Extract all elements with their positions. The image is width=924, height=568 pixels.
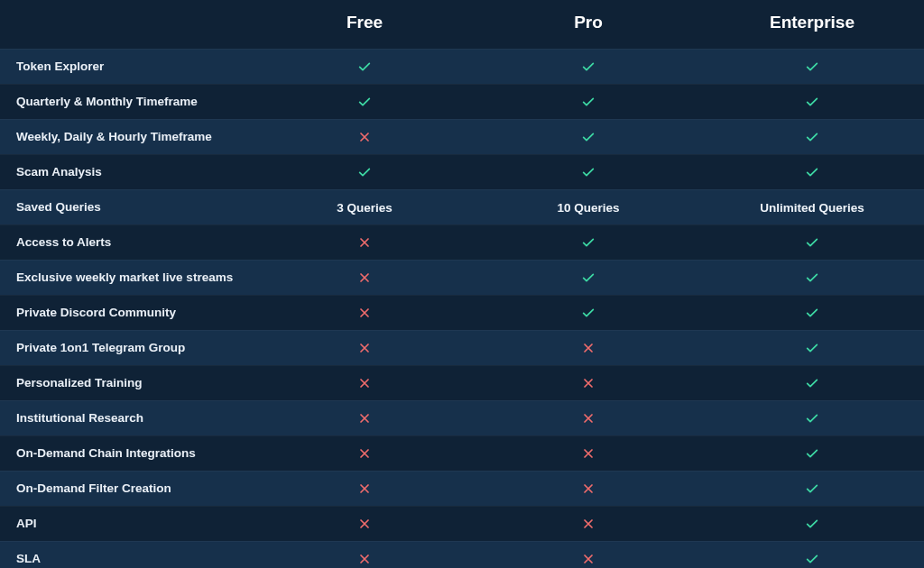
feature-label: Token Explorer xyxy=(0,50,253,84)
table-row: Weekly, Daily & Hourly Timeframe xyxy=(0,119,924,154)
check-icon xyxy=(805,306,819,320)
feature-cell xyxy=(476,436,700,471)
check-icon xyxy=(805,376,819,390)
plan-header-enterprise: Enterprise xyxy=(700,0,924,49)
cross-icon xyxy=(581,481,596,496)
feature-cell xyxy=(253,50,476,84)
feature-label: SLA xyxy=(0,542,253,568)
table-row: Personalized Training xyxy=(0,365,924,400)
check-icon xyxy=(357,60,372,74)
feature-cell xyxy=(253,261,476,295)
cross-icon xyxy=(581,517,596,531)
check-icon xyxy=(805,165,819,179)
check-icon xyxy=(805,235,819,250)
feature-label: Quarterly & Monthly Timeframe xyxy=(0,85,253,119)
cross-icon xyxy=(357,411,372,426)
feature-cell xyxy=(476,50,700,84)
pricing-comparison-table: Free Pro Enterprise Token ExplorerQuarte… xyxy=(0,0,924,568)
feature-cell xyxy=(700,366,924,400)
feature-cell xyxy=(476,261,700,295)
feature-cell xyxy=(476,507,700,541)
feature-cell xyxy=(476,401,700,435)
feature-cell xyxy=(700,50,924,84)
cross-icon xyxy=(357,130,372,144)
check-icon xyxy=(581,130,596,144)
feature-label: On-Demand Filter Creation xyxy=(0,472,253,506)
feature-cell: Unlimited Queries xyxy=(700,190,924,224)
feature-cell xyxy=(476,296,700,330)
cross-icon xyxy=(357,341,372,355)
cross-icon xyxy=(357,481,372,496)
feature-cell xyxy=(700,120,924,154)
feature-cell xyxy=(253,155,476,189)
check-icon xyxy=(581,95,596,109)
feature-cell xyxy=(253,331,476,365)
cross-icon xyxy=(581,552,596,566)
plan-header-free: Free xyxy=(253,0,476,49)
feature-cell xyxy=(476,331,700,365)
feature-cell xyxy=(700,436,924,471)
check-icon xyxy=(581,306,596,320)
table-row: Exclusive weekly market live streams xyxy=(0,260,924,295)
table-row: Access to Alerts xyxy=(0,224,924,260)
feature-label: Private 1on1 Telegram Group xyxy=(0,331,253,365)
feature-cell xyxy=(700,296,924,330)
check-icon xyxy=(357,95,372,109)
feature-cell xyxy=(476,472,700,506)
check-icon xyxy=(357,165,372,179)
feature-text-value: 10 Queries xyxy=(557,201,619,215)
check-icon xyxy=(805,446,819,461)
cross-icon xyxy=(357,552,372,566)
feature-label: Saved Queries xyxy=(0,190,253,224)
table-row: Institutional Research xyxy=(0,400,924,435)
check-icon xyxy=(581,165,596,179)
check-icon xyxy=(805,517,819,531)
check-icon xyxy=(805,270,819,285)
cross-icon xyxy=(581,446,596,461)
feature-cell xyxy=(253,542,476,568)
check-icon xyxy=(805,481,819,496)
feature-cell xyxy=(253,225,476,260)
feature-label: Access to Alerts xyxy=(0,225,253,260)
feature-cell xyxy=(700,225,924,260)
table-row: Private 1on1 Telegram Group xyxy=(0,330,924,365)
feature-label: API xyxy=(0,507,253,541)
feature-cell xyxy=(700,261,924,295)
check-icon xyxy=(805,411,819,426)
table-row: Saved Queries3 Queries10 QueriesUnlimite… xyxy=(0,189,924,224)
feature-cell xyxy=(700,472,924,506)
feature-label: Institutional Research xyxy=(0,401,253,435)
feature-cell xyxy=(700,331,924,365)
feature-cell xyxy=(476,120,700,154)
check-icon xyxy=(805,552,819,566)
feature-cell xyxy=(476,155,700,189)
feature-label: Personalized Training xyxy=(0,366,253,400)
feature-cell xyxy=(253,507,476,541)
feature-cell xyxy=(700,507,924,541)
cross-icon xyxy=(357,270,372,285)
feature-cell xyxy=(700,155,924,189)
feature-cell xyxy=(700,85,924,119)
table-row: Private Discord Community xyxy=(0,295,924,330)
table-row: Token Explorer xyxy=(0,49,924,84)
cross-icon xyxy=(357,306,372,320)
feature-cell xyxy=(476,85,700,119)
cross-icon xyxy=(357,446,372,461)
table-row: Quarterly & Monthly Timeframe xyxy=(0,84,924,119)
feature-cell xyxy=(476,542,700,568)
feature-label: Scam Analysis xyxy=(0,155,253,189)
check-icon xyxy=(581,270,596,285)
table-row: On-Demand Chain Integrations xyxy=(0,435,924,471)
table-header-row: Free Pro Enterprise xyxy=(0,0,924,49)
feature-cell xyxy=(253,296,476,330)
feature-cell xyxy=(700,542,924,568)
check-icon xyxy=(581,235,596,250)
feature-cell xyxy=(253,436,476,471)
feature-cell xyxy=(476,225,700,260)
cross-icon xyxy=(357,517,372,531)
feature-label: On-Demand Chain Integrations xyxy=(0,436,253,471)
check-icon xyxy=(805,341,819,355)
feature-cell xyxy=(476,366,700,400)
feature-cell xyxy=(253,401,476,435)
check-icon xyxy=(805,95,819,109)
